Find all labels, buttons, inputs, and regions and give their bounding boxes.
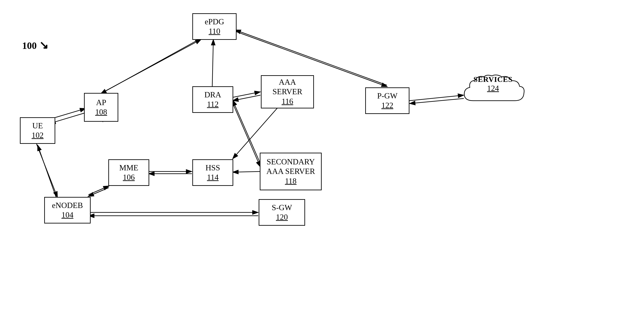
node-ap: AP 108 — [84, 93, 118, 122]
node-mme-label: MME — [119, 163, 138, 173]
node-epdg-label: ePDG — [205, 17, 224, 27]
svg-line-5 — [36, 144, 58, 197]
svg-line-8 — [88, 188, 109, 196]
node-sgw: S-GW 120 — [259, 199, 305, 226]
svg-line-13 — [102, 39, 201, 93]
node-hss-num: 114 — [207, 173, 219, 182]
node-aaa: AAASERVER 116 — [261, 75, 314, 108]
node-services-label: SERVICES — [460, 75, 526, 84]
node-enodeb-num: 104 — [62, 210, 74, 220]
svg-line-6 — [38, 145, 56, 198]
diagram: 100 ↘ — [0, 0, 644, 310]
node-enodeb: eNODEB 104 — [44, 197, 91, 223]
node-pgw-num: 122 — [381, 101, 393, 110]
node-pgw: P-GW 122 — [365, 87, 410, 114]
node-hss: HSS 114 — [192, 159, 233, 186]
svg-line-18 — [232, 92, 260, 97]
svg-line-20 — [232, 103, 260, 167]
node-ap-label: AP — [96, 98, 106, 107]
svg-line-22 — [232, 171, 260, 172]
svg-line-24 — [410, 95, 464, 101]
svg-line-25 — [410, 99, 464, 104]
ref-label: 100 ↘ — [22, 39, 48, 52]
arrows-svg — [0, 0, 644, 310]
node-ap-num: 108 — [95, 107, 107, 117]
node-dra: DRA 112 — [192, 86, 233, 113]
node-ue-label: UE — [32, 121, 43, 131]
node-enodeb-label: eNODEB — [52, 201, 83, 210]
svg-line-7 — [88, 186, 109, 195]
svg-line-23 — [232, 100, 260, 164]
node-pgw-label: P-GW — [377, 91, 398, 101]
svg-line-17 — [212, 39, 213, 87]
svg-line-14 — [100, 39, 199, 94]
node-mme-num: 106 — [123, 173, 135, 182]
node-aaa-num: 116 — [282, 97, 293, 106]
node-services-num: 124 — [460, 84, 526, 93]
node-secondary-aaa-num: 118 — [285, 176, 297, 186]
node-sgw-label: S-GW — [272, 203, 292, 212]
node-dra-num: 112 — [207, 100, 219, 109]
svg-line-21 — [232, 107, 278, 159]
node-mme: MME 106 — [108, 159, 149, 186]
node-secondary-aaa: SECONDARYAAA SERVER 118 — [260, 153, 322, 190]
svg-line-19 — [232, 95, 260, 101]
node-ue: UE 102 — [20, 117, 55, 144]
node-hss-label: HSS — [206, 163, 220, 173]
node-services: SERVICES 124 — [460, 69, 526, 113]
node-ue-num: 102 — [32, 131, 44, 140]
node-dra-label: DRA — [204, 90, 221, 100]
node-secondary-aaa-label: SECONDARYAAA SERVER — [266, 157, 315, 176]
node-epdg: ePDG 110 — [192, 13, 236, 40]
node-aaa-label: AAASERVER — [272, 78, 302, 97]
node-epdg-num: 110 — [209, 27, 220, 36]
node-sgw-num: 120 — [276, 212, 288, 222]
